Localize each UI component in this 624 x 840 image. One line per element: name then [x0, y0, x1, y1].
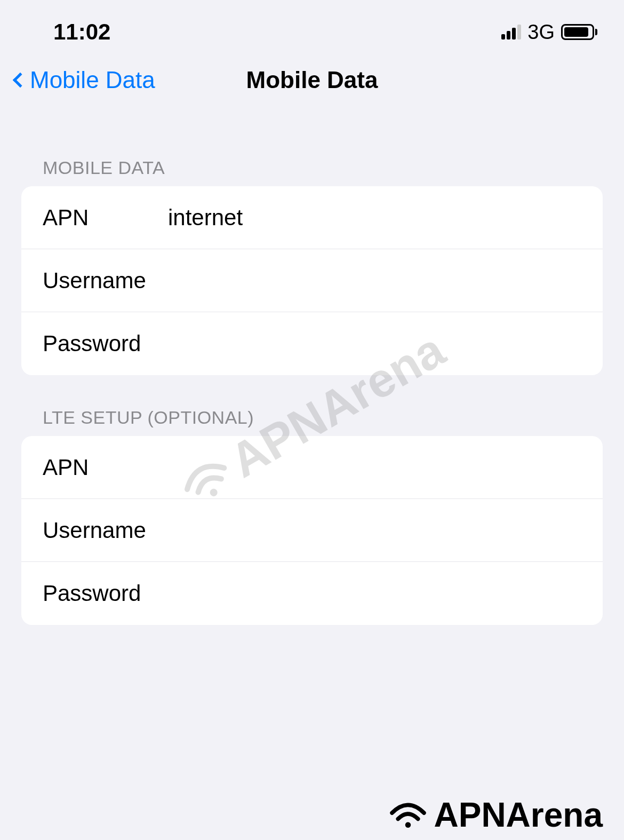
label-apn: APN [43, 455, 168, 480]
watermark-bottom: APNArena [387, 795, 603, 835]
table-row[interactable]: Password [21, 312, 603, 375]
back-button[interactable]: Mobile Data [11, 67, 155, 93]
chevron-left-icon [13, 73, 28, 88]
status-time: 11:02 [53, 19, 110, 45]
wifi-icon [387, 799, 429, 831]
table-group-mobile-data: APN Username Password [21, 186, 603, 375]
label-password: Password [43, 581, 168, 606]
network-type: 3G [527, 21, 555, 44]
table-row[interactable]: APN [21, 436, 603, 499]
page-title: Mobile Data [246, 67, 378, 93]
status-indicators: 3G [501, 21, 597, 44]
input-password[interactable] [168, 331, 581, 356]
label-username: Username [43, 268, 168, 294]
input-username[interactable] [168, 518, 581, 543]
label-username: Username [43, 518, 168, 543]
input-username[interactable] [168, 268, 581, 294]
back-label: Mobile Data [30, 67, 155, 93]
status-bar: 11:02 3G [0, 0, 624, 59]
input-apn[interactable] [168, 205, 581, 231]
table-row[interactable]: Username [21, 499, 603, 562]
section-header-lte-setup: LTE SETUP (OPTIONAL) [0, 375, 624, 436]
svg-point-1 [405, 822, 411, 828]
table-group-lte-setup: APN Username Password [21, 436, 603, 625]
signal-icon [501, 25, 521, 39]
table-row[interactable]: Password [21, 562, 603, 625]
input-apn[interactable] [168, 455, 581, 480]
battery-icon [561, 24, 597, 40]
navigation-bar: Mobile Data Mobile Data [0, 59, 624, 109]
label-apn: APN [43, 205, 168, 231]
section-header-mobile-data: MOBILE DATA [0, 109, 624, 186]
table-row[interactable]: APN [21, 186, 603, 249]
input-password[interactable] [168, 581, 581, 606]
table-row[interactable]: Username [21, 249, 603, 312]
label-password: Password [43, 331, 168, 356]
